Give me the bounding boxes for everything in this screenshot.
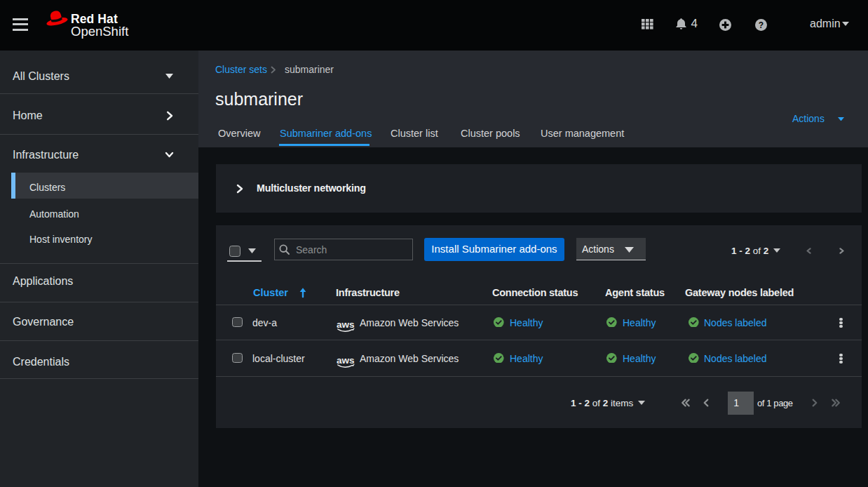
svg-text:aws: aws	[337, 355, 355, 366]
svg-text:aws: aws	[337, 319, 355, 330]
svg-text:?: ?	[758, 20, 763, 30]
